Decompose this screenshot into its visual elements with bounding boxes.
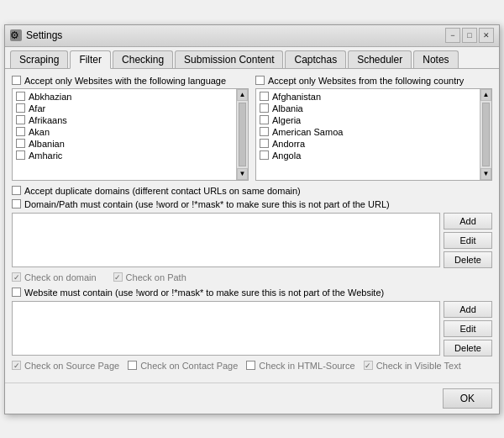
duplicate-domains-label: Accept duplicate domains (different cont… (24, 186, 301, 196)
domain-path-content: Add Edit Delete (12, 213, 492, 271)
check-source-checkbox: ✓ (12, 361, 21, 370)
lang-afrikaans-checkbox[interactable] (16, 115, 25, 124)
language-country-row: Accept only Websites with the following … (12, 76, 492, 181)
country-label: Accept only Websites from the following … (268, 76, 464, 86)
tab-captchas[interactable]: Captchas (285, 50, 346, 68)
settings-window-icon: ⚙ (10, 29, 22, 41)
list-item[interactable]: Afghanistan (258, 91, 478, 103)
tab-submission-content[interactable]: Submission Content (175, 50, 283, 68)
minimize-button[interactable]: − (445, 28, 460, 43)
check-source-item: ✓ Check on Source Page (12, 361, 119, 371)
country-header: Accept only Websites from the following … (255, 76, 492, 86)
country-afghanistan-checkbox[interactable] (260, 92, 269, 101)
scroll-thumb[interactable] (239, 103, 246, 166)
country-andorra-checkbox[interactable] (260, 139, 269, 148)
domain-path-add-button[interactable]: Add (444, 213, 492, 230)
tab-checking[interactable]: Checking (113, 50, 173, 68)
check-html-label: Check in HTML-Source (259, 361, 354, 371)
lang-amharic-checkbox[interactable] (16, 150, 25, 160)
check-on-domain-checkbox: ✓ (12, 272, 21, 282)
country-list-box: Afghanistan Albania Algeria American Sam… (255, 88, 492, 181)
list-item[interactable]: Akan (14, 126, 234, 138)
domain-path-edit-button[interactable]: Edit (444, 232, 492, 249)
close-button[interactable]: ✕ (479, 28, 494, 43)
scroll-up-arrow[interactable]: ▲ (480, 89, 491, 101)
scroll-thumb[interactable] (482, 103, 490, 166)
language-section: Accept only Websites with the following … (12, 76, 249, 181)
settings-window: ⚙ Settings − □ ✕ Scraping Filter Checkin… (4, 24, 500, 414)
website-edit-button[interactable]: Edit (444, 320, 492, 337)
bottom-check-row: ✓ Check on Source Page Check on Contact … (12, 361, 492, 371)
title-bar-left: ⚙ Settings (10, 29, 62, 41)
check-on-domain-item: ✓ Check on domain (12, 272, 97, 282)
list-item[interactable]: Andorra (258, 138, 478, 150)
domain-path-checkbox[interactable] (12, 199, 21, 208)
website-contains-content: Add Edit Delete (12, 301, 492, 359)
language-list-box: Abkhazian Afar Afrikaans Akan Albanian A… (12, 88, 249, 181)
language-label: Accept only Websites with the following … (24, 76, 226, 86)
domain-path-row: Domain/Path must contain (use !word or !… (12, 199, 492, 209)
country-american-samoa-checkbox[interactable] (260, 127, 269, 136)
country-checkbox[interactable] (255, 76, 265, 85)
tab-filter[interactable]: Filter (70, 50, 111, 69)
website-contains-row: Website must contain (use !word or !*mas… (12, 288, 492, 298)
check-source-label: Check on Source Page (24, 361, 119, 371)
check-contact-checkbox[interactable] (128, 361, 137, 370)
list-item[interactable]: Angola (258, 150, 478, 161)
tab-notes[interactable]: Notes (413, 50, 458, 68)
lang-abkhazian-checkbox[interactable] (16, 92, 25, 101)
country-algeria-checkbox[interactable] (260, 115, 269, 124)
list-item[interactable]: Afrikaans (14, 114, 234, 126)
check-html-checkbox[interactable] (246, 361, 255, 370)
website-delete-button[interactable]: Delete (444, 340, 492, 356)
check-on-path-checkbox: ✓ (113, 272, 123, 282)
title-buttons: − □ ✕ (445, 28, 494, 43)
language-scrollbar[interactable]: ▲ ▼ (236, 89, 248, 180)
list-item[interactable]: Albanian (14, 138, 234, 150)
check-contact-label: Check on Contact Page (140, 361, 238, 371)
check-html-item: Check in HTML-Source (246, 361, 354, 371)
window-title: Settings (26, 29, 62, 41)
title-bar: ⚙ Settings − □ ✕ (5, 25, 499, 47)
scroll-up-arrow[interactable]: ▲ (237, 89, 248, 101)
country-list-inner: Afghanistan Albania Algeria American Sam… (256, 89, 480, 180)
domain-path-main (12, 213, 440, 271)
website-add-button[interactable]: Add (444, 301, 492, 318)
country-scrollbar[interactable]: ▲ ▼ (480, 89, 491, 180)
lang-afar-checkbox[interactable] (16, 103, 25, 113)
ok-button[interactable]: OK (443, 388, 492, 409)
list-item[interactable]: Amharic (14, 150, 234, 161)
domain-path-textarea[interactable] (12, 213, 440, 267)
country-albania-checkbox[interactable] (260, 103, 269, 113)
scroll-down-arrow[interactable]: ▼ (480, 168, 491, 180)
bottom-bar: OK (5, 383, 499, 414)
language-checkbox[interactable] (12, 76, 21, 85)
list-item[interactable]: Algeria (258, 114, 478, 126)
country-section: Accept only Websites from the following … (255, 76, 492, 181)
domain-path-label: Domain/Path must contain (use !word or !… (24, 199, 390, 209)
tab-scheduler[interactable]: Scheduler (348, 50, 412, 68)
filter-tab-content: Accept only Websites with the following … (5, 69, 499, 383)
list-item[interactable]: American Samoa (258, 126, 478, 138)
language-list-inner: Abkhazian Afar Afrikaans Akan Albanian A… (13, 89, 236, 180)
country-angola-checkbox[interactable] (260, 150, 269, 160)
scroll-down-arrow[interactable]: ▼ (237, 168, 248, 180)
lang-akan-checkbox[interactable] (16, 127, 25, 136)
duplicate-domains-checkbox[interactable] (12, 186, 21, 195)
website-contains-label: Website must contain (use !word or !*mas… (24, 288, 384, 298)
maximize-button[interactable]: □ (462, 28, 477, 43)
list-item[interactable]: Abkhazian (14, 91, 234, 103)
website-contains-main (12, 301, 440, 359)
language-header: Accept only Websites with the following … (12, 76, 249, 86)
check-on-path-label: Check on Path (126, 272, 186, 282)
tabs-bar: Scraping Filter Checking Submission Cont… (5, 47, 499, 69)
check-on-path-item: ✓ Check on Path (113, 272, 186, 282)
tab-scraping[interactable]: Scraping (10, 50, 68, 68)
domain-path-buttons: Add Edit Delete (444, 213, 492, 271)
list-item[interactable]: Afar (14, 103, 234, 114)
lang-albanian-checkbox[interactable] (16, 139, 25, 148)
domain-path-delete-button[interactable]: Delete (444, 251, 492, 268)
website-contains-textarea[interactable] (12, 301, 440, 356)
website-contains-checkbox[interactable] (12, 288, 21, 297)
list-item[interactable]: Albania (258, 103, 478, 114)
